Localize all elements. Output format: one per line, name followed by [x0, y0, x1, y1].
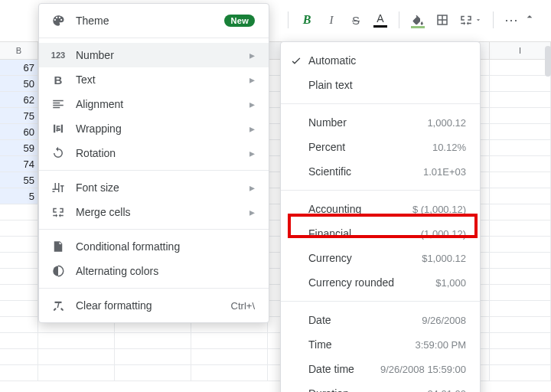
submenu-arrow-icon: ▸	[249, 147, 255, 159]
menu-item-clear-formatting[interactable]: Clear formatting Ctrl+\	[39, 293, 269, 318]
conditional-format-icon	[50, 239, 67, 254]
cell[interactable]	[0, 365, 38, 381]
cell[interactable]	[490, 237, 551, 253]
bold-button[interactable]: B	[296, 9, 318, 31]
cell[interactable]	[38, 349, 115, 365]
menu-label: Wrapping	[76, 122, 249, 135]
format-example: $ (1,000.12)	[412, 204, 466, 215]
cell[interactable]	[0, 269, 38, 285]
cell[interactable]	[0, 237, 38, 253]
text-color-button[interactable]: A	[370, 9, 391, 31]
cell[interactable]	[490, 365, 551, 381]
cell[interactable]: 74	[0, 156, 38, 172]
cell[interactable]: 55	[0, 172, 38, 188]
rotation-icon	[50, 145, 67, 161]
cell[interactable]	[0, 285, 38, 301]
vertical-scrollbar[interactable]	[545, 46, 551, 77]
cell[interactable]	[490, 124, 551, 140]
submenu-item-date[interactable]: Date 9/26/2008	[281, 308, 480, 332]
menu-item-alignment[interactable]: Alignment ▸	[39, 92, 269, 116]
cell[interactable]: 75	[0, 108, 38, 124]
submenu-item-duration[interactable]: Duration 24:01:00	[281, 381, 480, 392]
format-example: 1,000.12	[427, 117, 466, 129]
cell[interactable]	[490, 76, 551, 92]
cell[interactable]	[490, 253, 551, 269]
menu-item-wrapping[interactable]: Wrapping ▸	[39, 116, 269, 141]
submenu-item-currency[interactable]: Currency $1,000.12	[281, 246, 480, 270]
cell[interactable]	[0, 220, 38, 237]
cell[interactable]	[115, 365, 191, 381]
cell[interactable]	[490, 317, 551, 333]
cell[interactable]: 67	[0, 60, 38, 76]
cell[interactable]	[490, 140, 551, 156]
submenu-item-percent[interactable]: Percent 10.12%	[281, 135, 480, 159]
submenu-divider	[281, 301, 480, 302]
cell[interactable]	[490, 333, 551, 349]
cell[interactable]	[0, 349, 38, 365]
cell[interactable]	[191, 349, 268, 365]
submenu-item-accounting[interactable]: Accounting $ (1,000.12)	[281, 197, 480, 221]
submenu-item-currency-rounded[interactable]: Currency rounded $1,000	[281, 270, 480, 295]
merge-cells-button[interactable]	[456, 9, 485, 31]
menu-item-font-size[interactable]: Font size ▸	[39, 175, 269, 200]
borders-button[interactable]	[432, 9, 453, 31]
collapse-toolbar-button[interactable]	[523, 11, 536, 25]
cell[interactable]	[0, 333, 38, 349]
submenu-item-automatic[interactable]: Automatic	[281, 48, 480, 73]
cell[interactable]	[0, 317, 38, 333]
cell[interactable]: 62	[0, 92, 38, 108]
cell[interactable]	[490, 108, 551, 124]
cell[interactable]	[490, 220, 551, 237]
cell[interactable]	[38, 333, 115, 349]
cell[interactable]	[115, 349, 191, 365]
menu-item-text[interactable]: B Text ▸	[39, 67, 269, 92]
cell[interactable]	[38, 365, 115, 381]
cell[interactable]	[490, 60, 551, 76]
menu-item-conditional-formatting[interactable]: Conditional formatting	[39, 234, 269, 259]
menu-label: Conditional formatting	[76, 240, 255, 253]
menu-item-number[interactable]: 123 Number ▸	[39, 43, 269, 67]
format-example: (1,000.12)	[421, 228, 466, 240]
more-button[interactable]: ⋯	[501, 9, 523, 31]
cell[interactable]	[191, 365, 268, 381]
fill-color-button[interactable]	[407, 9, 429, 31]
submenu-item-number[interactable]: Number 1,000.12	[281, 110, 480, 135]
strikethrough-button[interactable]: S	[345, 9, 367, 31]
cell[interactable]	[490, 204, 551, 220]
submenu-item-time[interactable]: Time 3:59:00 PM	[281, 332, 480, 357]
column-header-b[interactable]: B	[0, 42, 38, 59]
format-example: 3:59:00 PM	[416, 339, 467, 351]
palette-icon	[50, 13, 67, 28]
format-example: 10.12%	[432, 142, 466, 153]
submenu-item-date-time[interactable]: Date time 9/26/2008 15:59:00	[281, 357, 480, 381]
cell[interactable]	[490, 301, 551, 317]
cell[interactable]	[115, 333, 191, 349]
submenu-item-plain-text[interactable]: Plain text	[281, 73, 480, 97]
cell[interactable]: 60	[0, 124, 38, 140]
cell[interactable]: 50	[0, 76, 38, 92]
cell[interactable]	[490, 172, 551, 188]
submenu-item-scientific[interactable]: Scientific 1.01E+03	[281, 159, 480, 184]
cell[interactable]	[490, 349, 551, 365]
cell[interactable]	[490, 92, 551, 108]
cell[interactable]: 59	[0, 140, 38, 156]
menu-label: Number	[76, 49, 249, 61]
cell[interactable]	[490, 156, 551, 172]
cell[interactable]	[490, 188, 551, 204]
menu-item-theme[interactable]: Theme New	[39, 8, 269, 33]
cell[interactable]: 5	[0, 188, 38, 204]
number-submenu: Automatic Plain text Number 1,000.12 Per…	[280, 41, 481, 392]
menu-item-merge-cells[interactable]: Merge cells ▸	[39, 200, 269, 224]
cell[interactable]	[0, 253, 38, 269]
submenu-arrow-icon: ▸	[249, 74, 255, 86]
cell[interactable]	[490, 285, 551, 301]
menu-item-alternating-colors[interactable]: Alternating colors	[39, 259, 269, 283]
submenu-item-financial[interactable]: Financial (1,000.12)	[281, 221, 480, 246]
cell[interactable]	[0, 204, 38, 220]
cell[interactable]	[0, 301, 38, 317]
menu-item-rotation[interactable]: Rotation ▸	[39, 141, 269, 165]
italic-button[interactable]: I	[321, 9, 342, 31]
cell[interactable]	[490, 269, 551, 285]
cell[interactable]	[191, 333, 268, 349]
column-header-i[interactable]: I	[490, 42, 551, 59]
